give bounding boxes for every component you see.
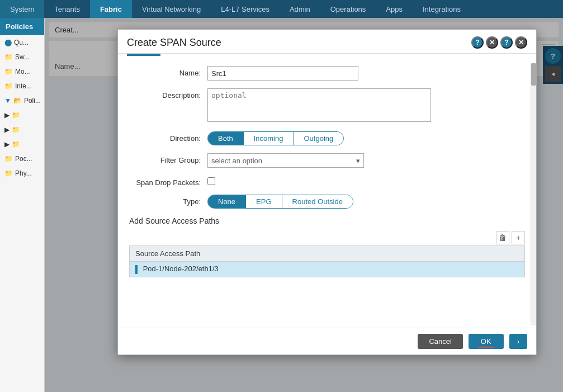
- folder-icon-1: 📁: [12, 111, 20, 119]
- nav-l4l7[interactable]: L4-L7 Services: [211, 0, 280, 18]
- nav-apps[interactable]: Apps: [376, 0, 413, 18]
- access-paths-table: Source Access Path Pod-1/Node-202/eth1/3: [129, 245, 525, 277]
- modal-close-button-2[interactable]: ✕: [515, 36, 527, 49]
- main-area: Policies ⬤ Qu... 📁 Sw... 📁 Mo... 📁 Inte.…: [0, 18, 563, 392]
- folder-icon-poc: 📁: [4, 155, 13, 163]
- folder-icon-sw: 📁: [4, 53, 13, 61]
- filter-group-select-wrapper: select an option ▾: [207, 153, 364, 168]
- filter-group-select[interactable]: select an option: [208, 154, 363, 167]
- modal-help-button-2[interactable]: ?: [500, 36, 513, 49]
- direction-incoming-button[interactable]: Incoming: [244, 132, 294, 145]
- description-label: Description:: [129, 88, 207, 100]
- sidebar-item-mo[interactable]: 📁 Mo...: [0, 64, 44, 79]
- sidebar-label-phy: Phy...: [15, 169, 32, 177]
- sidebar-label-inte: Inte...: [15, 82, 32, 90]
- sidebar-label-sw: Sw...: [15, 53, 30, 61]
- type-field: None EPG Routed Outside: [207, 195, 525, 209]
- direction-outgoing-button[interactable]: Outgoing: [294, 132, 344, 145]
- modal-progress-bar: [127, 54, 160, 56]
- sidebar-item-inte[interactable]: 📁 Inte...: [0, 79, 44, 93]
- description-field: [207, 88, 525, 124]
- sidebar-item-poli[interactable]: ▼ 📂 Poli...: [0, 93, 44, 108]
- span-drop-label: Span Drop Packets:: [129, 176, 207, 187]
- name-input[interactable]: [207, 66, 358, 81]
- add-path-button[interactable]: +: [512, 231, 525, 244]
- sidebar-label-poc: Poc...: [15, 155, 32, 163]
- modal-scrollbar-track[interactable]: [531, 63, 536, 325]
- sidebar-item-phy[interactable]: 📁 Phy...: [0, 166, 44, 181]
- type-toggle-group: None EPG Routed Outside: [207, 195, 353, 209]
- table-toolbar: 🗑 +: [129, 231, 525, 244]
- arrow-icon-1: ▶: [4, 111, 10, 119]
- modal-body: Name: Description: Direction:: [118, 60, 536, 328]
- sidebar-label-poli: Poli...: [24, 97, 41, 105]
- type-epg-button[interactable]: EPG: [246, 195, 282, 208]
- name-field: [207, 66, 525, 81]
- sidebar-item-2[interactable]: ▶ 📁: [0, 122, 44, 137]
- nav-admin[interactable]: Admin: [280, 0, 320, 18]
- description-field-row: Description:: [129, 88, 525, 124]
- top-navigation: System Tenants Fabric Virtual Networking…: [0, 0, 563, 18]
- table-row[interactable]: Pod-1/Node-202/eth1/3: [130, 262, 525, 277]
- direction-field-row: Direction: Both Incoming Outgoing: [129, 131, 525, 145]
- nav-tenants[interactable]: Tenants: [44, 0, 90, 18]
- folder-open-icon-poli: ▼: [4, 97, 11, 105]
- sidebar-item-3[interactable]: ▶ 📁: [0, 137, 44, 152]
- direction-both-button[interactable]: Both: [208, 132, 244, 145]
- source-access-path-header: Source Access Path: [130, 246, 525, 262]
- cancel-button[interactable]: Cancel: [418, 334, 462, 349]
- modal-footer: Cancel OK ›: [118, 328, 536, 355]
- modal-close-button-1[interactable]: ✕: [486, 36, 498, 49]
- sidebar-label-mo: Mo...: [15, 68, 30, 75]
- path-value: Pod-1/Node-202/eth1/3: [143, 265, 219, 273]
- type-label: Type:: [129, 195, 207, 206]
- type-routed-outside-button[interactable]: Routed Outside: [282, 195, 353, 208]
- name-label: Name:: [129, 66, 207, 77]
- type-field-row: Type: None EPG Routed Outside: [129, 195, 525, 209]
- type-none-button[interactable]: None: [208, 195, 246, 208]
- span-drop-packets-row: Span Drop Packets:: [129, 176, 525, 187]
- filter-group-row: Filter Group: select an option ▾: [129, 153, 525, 168]
- path-cell: Pod-1/Node-202/eth1/3: [130, 262, 525, 277]
- nav-virtual-networking[interactable]: Virtual Networking: [132, 0, 211, 18]
- folder-icon-mo: 📁: [4, 68, 13, 75]
- description-input[interactable]: [207, 88, 431, 122]
- nav-system[interactable]: System: [0, 0, 44, 18]
- folder-icon-phy: 📁: [4, 169, 13, 177]
- nav-integrations[interactable]: Integrations: [413, 0, 471, 18]
- sidebar-item-sw[interactable]: 📁 Sw...: [0, 50, 44, 64]
- nav-operations[interactable]: Operations: [320, 0, 376, 18]
- span-drop-field: [207, 176, 525, 187]
- filter-group-label: Filter Group:: [129, 153, 207, 164]
- ok-button[interactable]: OK: [469, 334, 504, 349]
- direction-field: Both Incoming Outgoing: [207, 131, 525, 145]
- direction-toggle-group: Both Incoming Outgoing: [207, 131, 344, 145]
- next-button[interactable]: ›: [509, 334, 527, 349]
- create-span-source-modal: Create SPAN Source ? ✕ ? ✕ Name:: [117, 29, 537, 355]
- sidebar-item-poc[interactable]: 📁 Poc...: [0, 152, 44, 166]
- sidebar: Policies ⬤ Qu... 📁 Sw... 📁 Mo... 📁 Inte.…: [0, 18, 45, 392]
- content-area: Creat... + Name... Create SPAN Source ? …: [45, 18, 563, 392]
- sidebar-label-qu: Qu...: [14, 39, 29, 46]
- modal-title: Create SPAN Source: [127, 37, 471, 49]
- toggle-icon: ⬤: [4, 39, 12, 46]
- access-paths-section: Add Source Access Paths 🗑 + Source Acces…: [129, 216, 525, 277]
- delete-row-button[interactable]: 🗑: [496, 231, 509, 244]
- arrow-icon-2: ▶: [4, 126, 10, 134]
- modal-scrollbar-thumb[interactable]: [531, 63, 536, 86]
- nav-fabric[interactable]: Fabric: [90, 0, 132, 18]
- arrow-icon-3: ▶: [4, 140, 10, 148]
- row-indicator: [135, 265, 138, 274]
- filter-group-field: select an option ▾: [207, 153, 525, 168]
- span-drop-checkbox[interactable]: [207, 177, 215, 185]
- folder-icon-2: 📁: [12, 126, 20, 134]
- sidebar-header: Policies: [0, 18, 44, 35]
- sidebar-item-qu[interactable]: ⬤ Qu...: [0, 35, 44, 50]
- sidebar-item-1[interactable]: ▶ 📁: [0, 108, 44, 122]
- folder-icon-3: 📁: [12, 140, 20, 148]
- modal-help-button-1[interactable]: ?: [471, 36, 484, 49]
- modal-header-icons: ? ✕ ? ✕: [471, 36, 527, 49]
- modal-header: Create SPAN Source ? ✕ ? ✕: [118, 30, 536, 54]
- folder-icon-poli: 📂: [13, 97, 22, 105]
- direction-label: Direction:: [129, 131, 207, 143]
